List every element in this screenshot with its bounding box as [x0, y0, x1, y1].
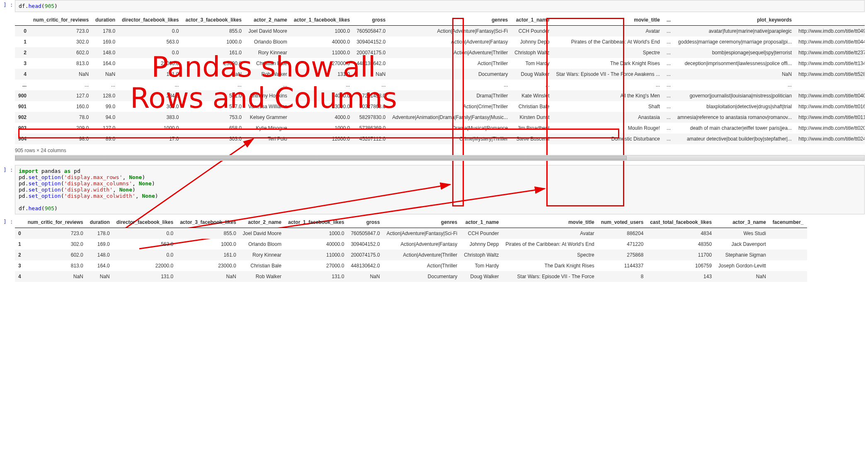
cell: Domestic Disturbance [553, 133, 664, 144]
cell: Rob Walker [240, 271, 285, 282]
row-index: 1 [15, 239, 24, 250]
cell: CCH Pounder [511, 26, 553, 37]
row-index: ... [15, 80, 30, 90]
cell: http://www.imdb.com/title/tt0249478/?ref… [795, 133, 865, 144]
column-header: director_facebook_likes [119, 15, 182, 26]
cell: Drama|Thriller [389, 90, 511, 101]
cell: Kirsten Dunst [511, 112, 553, 123]
cell: Documentary [383, 271, 461, 282]
cell: Action|Thriller [389, 58, 511, 69]
cell: 178.0 [92, 26, 119, 37]
table-row: 900127.0128.0234.0581.0Anthony Hopkins14… [15, 90, 865, 101]
column-header: plot_keywords [674, 15, 795, 26]
column-header: actor_2_name [245, 15, 291, 26]
cell: Anthony Hopkins [245, 90, 291, 101]
cell: ... [663, 133, 674, 144]
cell: ... [245, 80, 291, 90]
prompt-out-2: ] : [3, 217, 15, 282]
cell: 563.0 [119, 36, 182, 47]
scrollbar-thumb[interactable] [15, 156, 627, 160]
row-index: 903 [15, 123, 30, 133]
notebook: ] : df.head(905) num_critic_for_reviewsd… [0, 0, 868, 301]
cell: 760505847.0 [353, 26, 389, 37]
cell: 855.0 [182, 26, 245, 37]
cell: ... [389, 80, 511, 90]
code-cell-1: ] : df.head(905) [3, 0, 865, 12]
cell: Orlando Bloom [245, 36, 291, 47]
cell [769, 260, 807, 271]
cell: Rob Walker [245, 69, 291, 80]
cell: Vanessa Williams [245, 101, 291, 112]
cell: NaN [182, 69, 245, 80]
cell: Teri Polo [245, 133, 291, 144]
cell: 200074175.0 [347, 250, 383, 260]
cell: 131.0 [291, 69, 353, 80]
cell: Doug Walker [511, 69, 553, 80]
cell: NaN [674, 69, 795, 80]
cell: Johnny Depp [461, 239, 502, 250]
cell: 1000.0 [291, 123, 353, 133]
cell: 11000.0 [291, 47, 353, 58]
cell: http://www.imdb.com/title/tt5289954/?ref… [795, 69, 865, 80]
cell: ... [663, 58, 674, 69]
table-row: 4NaNNaN131.0NaNRob Walker131.0NaNDocumen… [15, 271, 807, 282]
cell: Joseph Gordon-Levitt [715, 260, 769, 271]
cell: 448130642.0 [347, 260, 383, 271]
cell: 23000.0 [182, 58, 245, 69]
code-area-2[interactable]: import pandas as pd pd.set_option('displ… [15, 165, 865, 214]
cell: http://www.imdb.com/title/tt0118617/?ref… [795, 112, 865, 123]
cell: 164.0 [92, 58, 119, 69]
column-header: actor_2_name [240, 217, 285, 228]
row-index: 1 [15, 36, 30, 47]
cell: ... [663, 36, 674, 47]
dataframe-1-scroll[interactable]: num_critic_for_reviewsdurationdirector_f… [15, 15, 865, 144]
cell: 302.0 [30, 36, 92, 47]
cell: Pirates of the Caribbean: At World's End [502, 239, 597, 250]
cell: 78.0 [30, 112, 92, 123]
column-header: actor_1_name [461, 217, 502, 228]
cell: Christoph Waltz [511, 47, 553, 58]
code-area-1[interactable]: df.head(905) [15, 0, 865, 12]
cell: 471220 [598, 239, 647, 250]
column-header: gross [347, 217, 383, 228]
prompt-2: ] : [3, 165, 15, 214]
cell: 128.0 [92, 90, 119, 101]
row-index: 0 [15, 26, 30, 37]
cell: 563.0 [113, 239, 177, 250]
cell: ... [353, 80, 389, 90]
cell: http://www.imdb.com/title/tt0499549/?ref… [795, 26, 865, 37]
cell: 45207112.0 [353, 133, 389, 144]
cell: 99.0 [92, 101, 119, 112]
cell: ... [663, 69, 674, 80]
row-index: 904 [15, 133, 30, 144]
cell: 1000.0 [182, 36, 245, 47]
table-row: 90498.089.017.0303.0Teri Polo12000.04520… [15, 133, 865, 144]
cell: 855.0 [177, 228, 239, 239]
cell: ... [663, 123, 674, 133]
cell: 11000.0 [285, 250, 347, 260]
cell: 12000.0 [291, 133, 353, 144]
cell: Adventure|Animation|Drama|Family|Fantasy… [389, 112, 511, 123]
cell: 813.0 [30, 58, 92, 69]
cell: ... [663, 112, 674, 123]
cell [769, 239, 807, 250]
dataframe-1-shape: 905 rows × 24 columns [15, 148, 865, 153]
row-index: 2 [15, 250, 24, 260]
cell: 164.0 [87, 260, 113, 271]
cell [769, 228, 807, 239]
cell: 89.0 [92, 133, 119, 144]
cell: Action|Adventure|Fantasy|Sci-Fi [389, 26, 511, 37]
cell: 131.0 [119, 69, 182, 80]
cell: 209.0 [30, 123, 92, 133]
column-header: facenumber_ [769, 217, 807, 228]
cell: Avatar [502, 228, 597, 239]
cell: Action|Adventure|Fantasy [389, 36, 511, 47]
cell: 753.0 [182, 112, 245, 123]
horizontal-scrollbar[interactable] [15, 155, 865, 161]
table-row: 3813.0164.022000.023000.0Christian Bale2… [15, 260, 807, 271]
cell: Christoph Waltz [461, 250, 502, 260]
cell: 148.0 [87, 250, 113, 260]
dataframe-2-scroll[interactable]: num_critic_for_reviewsdurationdirector_f… [15, 217, 865, 282]
table-row: 90278.094.0383.0753.0Kelsey Grammer4000.… [15, 112, 865, 123]
cell: 127.0 [92, 123, 119, 133]
